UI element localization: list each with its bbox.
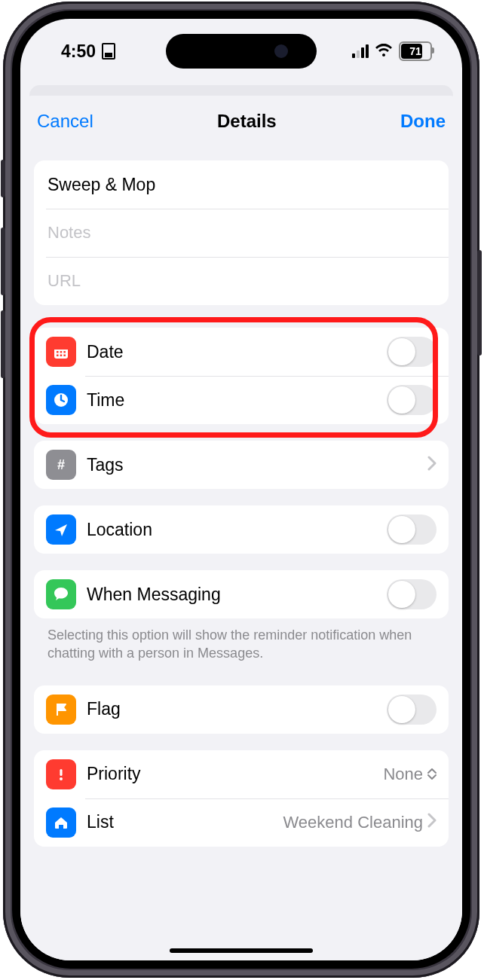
- flag-icon: [46, 695, 76, 725]
- flag-label: Flag: [87, 699, 387, 719]
- hash-icon: #: [46, 450, 76, 480]
- messaging-toggle[interactable]: [387, 579, 437, 609]
- list-value: Weekend Cleaning: [283, 813, 424, 832]
- location-label: Location: [87, 520, 387, 540]
- flag-row[interactable]: Flag: [34, 685, 449, 734]
- time-label: Time: [87, 390, 387, 411]
- cellular-icon: [352, 44, 369, 58]
- priority-label: Priority: [87, 764, 383, 784]
- svg-text:#: #: [57, 457, 65, 472]
- volume-up-button: [1, 227, 5, 295]
- flag-group: Flag: [34, 685, 449, 734]
- svg-rect-3: [57, 351, 59, 353]
- messaging-row[interactable]: When Messaging: [34, 570, 449, 618]
- calendar-icon: [46, 337, 76, 367]
- url-input[interactable]: [46, 270, 437, 292]
- time-row[interactable]: Time: [34, 376, 449, 424]
- date-toggle[interactable]: [387, 337, 437, 367]
- priority-row[interactable]: Priority None: [34, 750, 449, 798]
- side-button: [1, 160, 5, 197]
- date-label: Date: [87, 342, 387, 362]
- navbar: Cancel Details Done: [20, 96, 462, 147]
- messaging-footnote: Selecting this option will show the remi…: [34, 618, 449, 663]
- tags-row[interactable]: # Tags: [34, 441, 449, 489]
- power-button: [477, 250, 482, 356]
- date-time-group: Date Time: [34, 328, 449, 424]
- notes-input[interactable]: [46, 222, 437, 243]
- title-group: [34, 160, 449, 305]
- messaging-group: When Messaging: [34, 570, 449, 618]
- chevron-right-icon: [427, 455, 437, 475]
- list-house-icon: [46, 808, 76, 838]
- wifi-icon: [375, 41, 393, 62]
- tags-group: # Tags: [34, 441, 449, 489]
- time-toggle[interactable]: [387, 385, 437, 415]
- focus-icon: [102, 43, 115, 60]
- page-title: Details: [217, 111, 277, 132]
- flag-toggle[interactable]: [387, 695, 437, 725]
- clock-icon: [46, 385, 76, 415]
- svg-rect-5: [63, 351, 66, 353]
- details-sheet: Cancel Details Done: [20, 96, 462, 960]
- chevron-right-icon: [427, 812, 437, 832]
- home-indicator[interactable]: [170, 948, 313, 953]
- svg-point-12: [60, 777, 63, 780]
- exclamation-icon: [46, 759, 76, 789]
- svg-rect-11: [60, 769, 62, 776]
- svg-rect-4: [60, 351, 63, 353]
- reminder-title-input[interactable]: [46, 174, 437, 196]
- svg-rect-7: [60, 355, 63, 357]
- speech-bubble-icon: [46, 579, 76, 609]
- list-row[interactable]: List Weekend Cleaning: [34, 798, 449, 847]
- svg-rect-1: [54, 346, 68, 350]
- location-row[interactable]: Location: [34, 505, 449, 554]
- list-label: List: [87, 812, 283, 832]
- date-row[interactable]: Date: [34, 328, 449, 376]
- status-bar: 4:50 71: [20, 19, 462, 75]
- svg-rect-8: [63, 355, 66, 357]
- cancel-button[interactable]: Cancel: [37, 111, 93, 132]
- location-toggle[interactable]: [387, 514, 437, 545]
- updown-icon: [427, 768, 437, 780]
- location-arrow-icon: [46, 514, 76, 545]
- clock: 4:50: [61, 41, 96, 62]
- tags-label: Tags: [87, 455, 423, 475]
- messaging-label: When Messaging: [87, 585, 387, 605]
- screen: 4:50 71: [20, 19, 462, 960]
- done-button[interactable]: Done: [400, 111, 446, 132]
- battery-icon: 71: [399, 41, 432, 61]
- location-group: Location: [34, 505, 449, 554]
- priority-value: None: [383, 765, 423, 784]
- priority-list-group: Priority None: [34, 750, 449, 847]
- svg-rect-6: [57, 355, 59, 357]
- volume-down-button: [1, 310, 5, 378]
- phone-frame: 4:50 71: [3, 2, 479, 978]
